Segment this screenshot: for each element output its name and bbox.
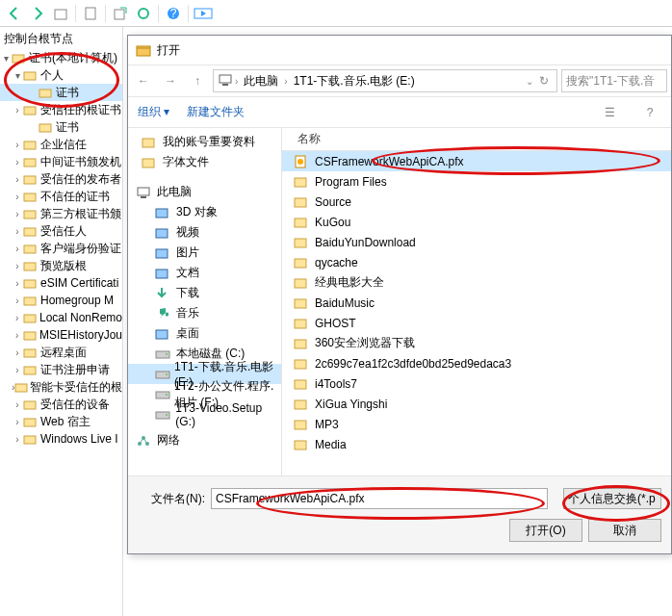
tree-label[interactable]: 证书(本地计算机): [29, 50, 117, 66]
chevron-right-icon[interactable]: ›: [12, 330, 23, 341]
tree-label[interactable]: MSIEHistoryJou: [39, 328, 122, 342]
file-row[interactable]: 经典电影大全: [282, 272, 671, 293]
chevron-down-icon[interactable]: ▾: [0, 53, 12, 64]
nav-label[interactable]: 字体文件: [163, 154, 209, 170]
file-row[interactable]: CSFrameworkWebApiCA.pfx: [282, 151, 671, 171]
tree-root[interactable]: 控制台根节点: [0, 29, 122, 49]
svg-rect-46: [156, 392, 169, 398]
back-icon[interactable]: [4, 3, 25, 24]
nav-label[interactable]: 此电脑: [157, 184, 192, 200]
tree-label[interactable]: Windows Live I: [40, 432, 118, 446]
file-row[interactable]: KuGou: [282, 212, 671, 232]
file-row[interactable]: Source: [282, 192, 671, 212]
tree-label[interactable]: 智能卡受信任的根: [30, 379, 122, 396]
file-row[interactable]: Program Files: [282, 171, 671, 192]
help-icon[interactable]: ?: [163, 3, 184, 24]
forward-icon[interactable]: [27, 3, 48, 24]
tree-label[interactable]: Web 宿主: [40, 414, 90, 430]
chevron-right-icon[interactable]: ›: [12, 347, 23, 358]
tree-label[interactable]: Homegroup M: [40, 294, 114, 307]
file-row[interactable]: 360安全浏览器下载: [282, 333, 671, 353]
tree-label[interactable]: eSIM Certificati: [40, 276, 118, 290]
tree-label[interactable]: 受信任人: [40, 223, 87, 240]
nav-item[interactable]: 文档: [128, 263, 281, 283]
chevron-right-icon[interactable]: ›: [12, 226, 23, 237]
chevron-right-icon[interactable]: ›: [12, 365, 23, 375]
chevron-down-icon[interactable]: ⌄: [524, 76, 535, 87]
filename-input[interactable]: [211, 488, 548, 509]
tree-label[interactable]: 第三方根证书颁: [40, 206, 121, 222]
tree-label[interactable]: 个人: [40, 67, 64, 84]
file-row[interactable]: MP3: [282, 414, 671, 434]
tree-label[interactable]: 中间证书颁发机: [40, 154, 121, 170]
file-row[interactable]: Media: [282, 434, 671, 454]
search-input[interactable]: 搜索"1T1-下载.音: [561, 69, 667, 92]
cancel-button[interactable]: 取消: [588, 519, 661, 542]
nav-item[interactable]: 图片: [128, 243, 281, 263]
new-folder-button[interactable]: 新建文件夹: [187, 104, 245, 120]
chevron-right-icon[interactable]: ›: [12, 244, 23, 254]
tree-label[interactable]: 不信任的证书: [40, 189, 110, 205]
chevron-right-icon[interactable]: ›: [12, 174, 23, 185]
file-row[interactable]: BaiduMusic: [282, 293, 671, 313]
nav-item[interactable]: 3D 对象: [128, 202, 281, 222]
tree-label[interactable]: 企业信任: [40, 137, 87, 153]
nav-item[interactable]: 下载: [128, 283, 281, 303]
tree-label[interactable]: Local NonRemo: [39, 311, 122, 324]
file-row[interactable]: BaiduYunDownload: [282, 232, 671, 252]
help-icon[interactable]: ?: [638, 101, 661, 124]
pfx-icon: [294, 154, 311, 169]
tree-label[interactable]: 远程桌面: [40, 345, 87, 361]
chevron-right-icon[interactable]: ›: [12, 399, 23, 410]
nav-item[interactable]: 音乐: [128, 303, 281, 323]
organize-button[interactable]: 组织 ▾: [138, 104, 169, 120]
chevron-down-icon[interactable]: ▾: [12, 70, 23, 81]
nav-back-icon[interactable]: ←: [132, 69, 155, 92]
tree-label[interactable]: 受信任的设备: [40, 397, 110, 413]
nav-label[interactable]: 我的账号重要资料: [163, 134, 255, 150]
chevron-right-icon[interactable]: ›: [12, 313, 23, 323]
tree-label[interactable]: 证书: [56, 85, 79, 101]
chevron-right-icon[interactable]: ›: [12, 261, 23, 271]
tree-label[interactable]: 客户端身份验证: [40, 241, 121, 257]
chevron-right-icon[interactable]: ›: [12, 209, 23, 219]
up-icon[interactable]: [50, 3, 71, 24]
chevron-right-icon[interactable]: ›: [12, 157, 23, 167]
nav-label[interactable]: 网络: [157, 432, 180, 449]
tree-label[interactable]: 证书注册申请: [40, 362, 110, 378]
file-row[interactable]: 2c699c7ea1f2c3dfde0bd25ed9edaca3: [282, 353, 671, 373]
chevron-right-icon[interactable]: ›: [12, 105, 23, 116]
tree-label[interactable]: 受信任的发布者: [40, 171, 121, 188]
filetype-select[interactable]: 个人信息交换(*.p: [563, 488, 661, 509]
nav-item[interactable]: 视频: [128, 222, 281, 243]
refresh-icon[interactable]: ↻: [535, 69, 553, 92]
breadcrumb[interactable]: ›此电脑 ›1T1-下载.音乐.电影 (E:) ⌄ ↻: [213, 69, 557, 92]
folder-icon: [294, 174, 311, 190]
refresh-icon[interactable]: [133, 3, 154, 24]
open-button[interactable]: 打开(O): [509, 519, 582, 542]
export-icon[interactable]: [110, 3, 131, 24]
chevron-right-icon[interactable]: ›: [12, 140, 23, 150]
tree-label[interactable]: 预览版根: [40, 258, 87, 274]
file-name: XiGua Yingshi: [315, 398, 387, 411]
doc-icon[interactable]: [80, 3, 101, 24]
file-row[interactable]: qycache: [282, 252, 671, 272]
chevron-right-icon[interactable]: ›: [12, 192, 23, 202]
file-row[interactable]: XiGua Yingshi: [282, 394, 671, 414]
tree-label[interactable]: 证书: [56, 119, 79, 136]
chevron-right-icon[interactable]: ›: [12, 417, 23, 427]
playall-icon[interactable]: [193, 3, 214, 24]
nav-item[interactable]: 桌面: [128, 323, 281, 344]
svg-rect-58: [295, 239, 306, 247]
file-row[interactable]: i4Tools7: [282, 373, 671, 394]
chevron-right-icon[interactable]: ›: [12, 295, 23, 306]
view-icon[interactable]: ☰: [598, 101, 621, 124]
nav-up-icon[interactable]: ↑: [186, 69, 209, 92]
tree-label[interactable]: 受信任的根证书: [40, 102, 121, 118]
chevron-right-icon[interactable]: ›: [12, 434, 23, 445]
file-row[interactable]: GHOST: [282, 313, 671, 333]
nav-item[interactable]: 1T3-Video.Setup (G:): [128, 404, 281, 424]
nav-fwd-icon[interactable]: →: [159, 69, 182, 92]
chevron-right-icon[interactable]: ›: [12, 278, 23, 289]
file-header-name[interactable]: 名称: [282, 128, 671, 151]
